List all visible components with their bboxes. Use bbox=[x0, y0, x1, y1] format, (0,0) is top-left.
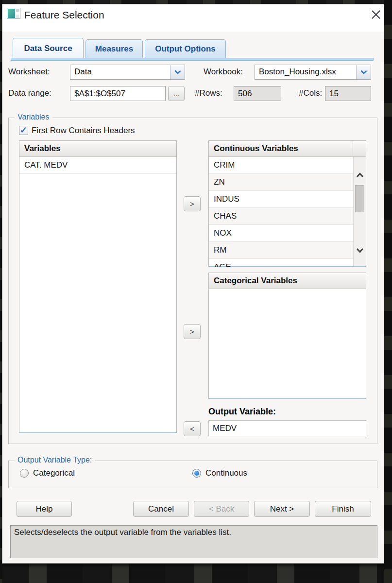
workbook-dropdown[interactable]: Boston_Housing.xlsx bbox=[255, 65, 371, 80]
remove-output-variable-button[interactable]: < bbox=[184, 421, 201, 436]
move-to-categorical-button[interactable]: > bbox=[184, 324, 201, 339]
variables-list-header: Variables bbox=[19, 141, 176, 157]
output-variable-field[interactable]: MEDV bbox=[208, 420, 366, 436]
scroll-down-icon[interactable] bbox=[354, 246, 366, 255]
rows-count-field: 506 bbox=[234, 86, 281, 101]
list-item[interactable]: CAT. MEDV bbox=[19, 157, 176, 174]
output-variable-label: Output Variable: bbox=[208, 407, 276, 417]
move-to-continuous-button[interactable]: > bbox=[184, 196, 201, 211]
title-bar: Feature Selection bbox=[2, 4, 384, 32]
list-item[interactable]: NOX bbox=[209, 225, 353, 242]
status-help-box: Selects/deselects the output variable fr… bbox=[10, 525, 377, 558]
first-row-headers-label: First Row Contains Headers bbox=[32, 126, 135, 136]
rows-label: #Rows: bbox=[195, 88, 222, 98]
tab-data-source-label: Data Source bbox=[24, 44, 72, 53]
help-button[interactable]: Help bbox=[17, 501, 72, 517]
background-spreadsheet-bottom bbox=[0, 563, 392, 583]
categorical-variables-header: Categorical Variables bbox=[209, 273, 366, 289]
tab-output-options-label: Output Options bbox=[155, 44, 216, 54]
app-icon-chart-pane bbox=[8, 9, 15, 18]
data-range-label: Data range: bbox=[8, 88, 51, 98]
cols-count-field: 15 bbox=[325, 86, 371, 101]
app-icon-detail bbox=[16, 9, 19, 12]
workbook-label: Workbook: bbox=[204, 67, 243, 77]
variables-group-legend: Variables bbox=[15, 113, 52, 121]
chevron-down-icon[interactable] bbox=[356, 65, 371, 79]
continuous-variables-listbox: Continuous Variables CRIMZNINDUSCHASNOXR… bbox=[208, 140, 366, 267]
categorical-radio[interactable] bbox=[20, 469, 29, 478]
list-item[interactable]: CRIM bbox=[209, 157, 353, 174]
continuous-variables-body[interactable]: CRIMZNINDUSCHASNOXRMAGE bbox=[209, 157, 353, 267]
cols-label: #Cols: bbox=[299, 88, 322, 98]
categorical-variables-body[interactable] bbox=[209, 289, 366, 399]
categorical-radio-label: Categorical bbox=[33, 468, 75, 478]
tab-output-options[interactable]: Output Options bbox=[145, 39, 226, 58]
chevron-down-icon[interactable] bbox=[170, 65, 185, 79]
list-item[interactable]: CHAS bbox=[209, 208, 353, 225]
continuous-radio[interactable] bbox=[192, 469, 201, 478]
scroll-up-icon[interactable] bbox=[354, 171, 366, 179]
finish-button[interactable]: Finish bbox=[315, 501, 371, 517]
background-right-edge bbox=[384, 0, 392, 583]
feature-selection-dialog: Feature Selection Data Source Measures O… bbox=[2, 4, 384, 564]
tab-measures-label: Measures bbox=[95, 44, 133, 54]
continuous-radio-label: Continuous bbox=[205, 468, 247, 478]
window-title: Feature Selection bbox=[24, 9, 104, 21]
worksheet-value: Data bbox=[74, 67, 92, 77]
scrollbar-thumb[interactable] bbox=[355, 185, 364, 212]
categorical-variables-listbox: Categorical Variables bbox=[208, 273, 366, 399]
background-spreadsheet-top bbox=[0, 0, 392, 4]
next-button[interactable]: Next > bbox=[254, 501, 310, 517]
list-item[interactable]: ZN bbox=[209, 174, 353, 191]
app-icon-detail2 bbox=[16, 15, 19, 18]
first-row-headers-checkbox[interactable] bbox=[19, 126, 28, 135]
app-icon bbox=[7, 8, 20, 19]
cancel-button[interactable]: Cancel bbox=[133, 501, 189, 517]
continuous-variables-header: Continuous Variables bbox=[209, 141, 366, 157]
continuous-scrollbar[interactable] bbox=[353, 157, 366, 266]
data-range-input[interactable]: $A$1:$O$507 bbox=[70, 86, 166, 101]
worksheet-dropdown[interactable]: Data bbox=[70, 65, 185, 80]
workbook-value: Boston_Housing.xlsx bbox=[259, 67, 336, 77]
list-item[interactable]: RM bbox=[209, 242, 353, 259]
header-divider bbox=[353, 141, 353, 157]
variables-listbox: Variables CAT. MEDV bbox=[19, 140, 177, 433]
back-button: < Back bbox=[194, 501, 249, 517]
tab-measures[interactable]: Measures bbox=[85, 39, 143, 58]
list-item[interactable]: INDUS bbox=[209, 191, 353, 208]
list-item[interactable]: AGE bbox=[209, 259, 353, 267]
browse-range-button[interactable]: ... bbox=[168, 86, 185, 101]
worksheet-label: Worksheet: bbox=[8, 67, 50, 77]
tab-data-source[interactable]: Data Source bbox=[13, 38, 84, 58]
variables-list-body[interactable]: CAT. MEDV bbox=[19, 157, 176, 432]
output-variable-type-legend: Output Variable Type: bbox=[15, 456, 95, 464]
close-icon[interactable] bbox=[368, 6, 384, 23]
